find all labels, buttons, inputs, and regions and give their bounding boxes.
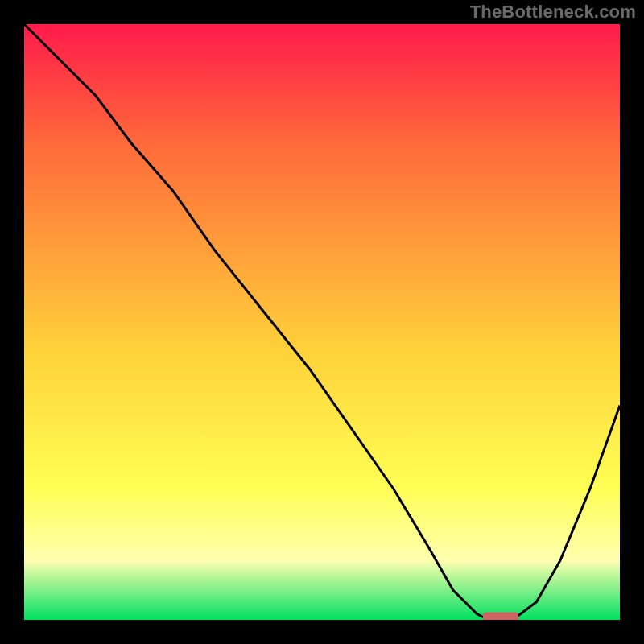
watermark-text: TheBottleneck.com xyxy=(470,2,636,23)
chart-frame: TheBottleneck.com xyxy=(0,0,644,644)
gradient-rect xyxy=(24,24,620,620)
optimum-marker xyxy=(483,612,518,620)
bottleneck-chart xyxy=(24,24,620,620)
